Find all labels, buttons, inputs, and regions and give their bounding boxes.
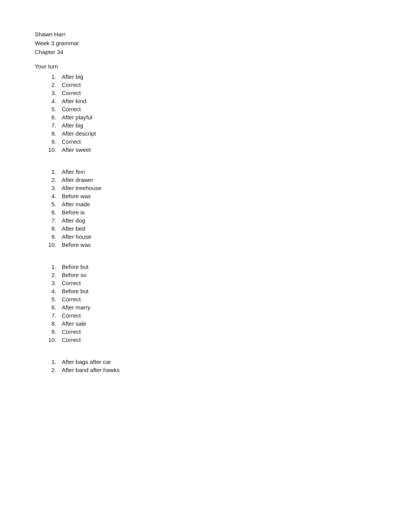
list-item: After sweet xyxy=(58,146,375,153)
list-item: After treehouse xyxy=(58,185,375,191)
chapter-label: Chapter 34 xyxy=(35,49,375,55)
list-item: After bags after car xyxy=(58,359,375,365)
list-item: After big xyxy=(58,122,375,129)
section-2-block: After finnAfter drawerAfter treehouseBef… xyxy=(35,168,375,248)
section-4-list: After bags after carAfter band after haw… xyxy=(35,359,375,373)
section-3-block: Before butBefore soCorrectBefore butCorr… xyxy=(35,263,375,343)
list-item: Before but xyxy=(58,263,375,270)
list-item: Correct xyxy=(58,337,375,343)
list-item: Correct xyxy=(58,328,375,335)
list-item: After dog xyxy=(58,217,375,224)
list-item: Before is xyxy=(58,209,375,216)
list-item: After band after hawks xyxy=(58,367,375,373)
list-item: Correct xyxy=(58,312,375,319)
list-item: Correct xyxy=(58,90,375,96)
list-item: After marry xyxy=(58,304,375,311)
list-item: Correct xyxy=(58,106,375,112)
list-item: Correct xyxy=(58,296,375,303)
student-name: Shawn Harr xyxy=(35,31,375,37)
list-item: Correct xyxy=(58,280,375,286)
header-block: Shawn Harr Week 3 grammar Chapter 34 xyxy=(35,31,375,55)
list-item: Correct xyxy=(58,138,375,145)
list-item: After playful xyxy=(58,114,375,121)
list-item: After house xyxy=(58,233,375,240)
list-item: After sale xyxy=(58,320,375,327)
list-item: Before was xyxy=(58,193,375,199)
document-container: Shawn Harr Week 3 grammar Chapter 34 You… xyxy=(35,31,375,373)
section-2-list: After finnAfter drawerAfter treehouseBef… xyxy=(35,168,375,248)
your-turn-label: Your turn xyxy=(35,63,375,70)
list-item: Correct xyxy=(58,82,375,88)
list-item: Before but xyxy=(58,288,375,294)
list-item: After kind xyxy=(58,98,375,104)
section-1-list: After bigCorrectCorrectAfter kindCorrect… xyxy=(35,73,375,153)
list-item: After finn xyxy=(58,168,375,175)
section-1-block: After bigCorrectCorrectAfter kindCorrect… xyxy=(35,73,375,153)
section-4-block: After bags after carAfter band after haw… xyxy=(35,359,375,373)
list-item: After descript xyxy=(58,130,375,137)
list-item: Before was xyxy=(58,241,375,248)
list-item: After made xyxy=(58,201,375,207)
week-label: Week 3 grammar xyxy=(35,40,375,46)
list-item: After bed xyxy=(58,225,375,232)
list-item: Before so xyxy=(58,272,375,278)
section-3-list: Before butBefore soCorrectBefore butCorr… xyxy=(35,263,375,343)
list-item: After drawer xyxy=(58,177,375,183)
list-item: After big xyxy=(58,73,375,80)
